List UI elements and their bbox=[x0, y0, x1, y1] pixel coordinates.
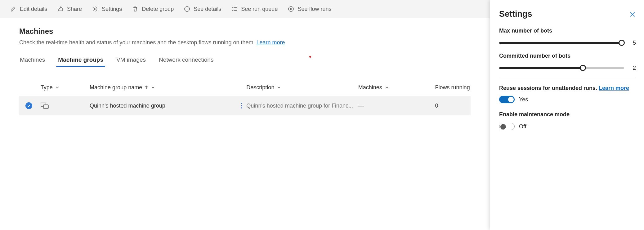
svg-point-0 bbox=[94, 8, 96, 10]
reuse-sessions-toggle[interactable] bbox=[499, 96, 515, 103]
col-description-label: Description bbox=[246, 84, 274, 91]
see-run-queue-button[interactable]: See run queue bbox=[230, 4, 278, 14]
play-circle-icon bbox=[288, 6, 294, 12]
page-body: Machines Check the real-time health and … bbox=[7, 18, 483, 230]
chevron-down-icon bbox=[151, 85, 155, 90]
gear-icon bbox=[92, 6, 99, 12]
machine-groups-table: Type Machine group name Description bbox=[19, 79, 471, 115]
see-flow-runs-button[interactable]: See flow runs bbox=[287, 4, 332, 14]
machine-group-type-icon bbox=[41, 102, 90, 109]
reuse-sessions-label: Reuse sessions for unattended runs. Lear… bbox=[499, 85, 636, 91]
settings-label: Settings bbox=[102, 6, 122, 12]
chevron-down-icon bbox=[277, 85, 281, 90]
edit-icon bbox=[10, 6, 17, 12]
col-machines[interactable]: Machines bbox=[358, 84, 435, 91]
delete-group-label: Delete group bbox=[142, 6, 174, 12]
max-bots-label: Max number of bots bbox=[499, 28, 636, 34]
list-icon bbox=[231, 6, 238, 12]
main-area: Edit details Share Settings Delete group… bbox=[0, 0, 490, 230]
delete-group-button[interactable]: Delete group bbox=[131, 4, 174, 14]
edit-details-button[interactable]: Edit details bbox=[9, 4, 48, 14]
row-selected-icon[interactable] bbox=[25, 102, 32, 109]
page-title: Machines bbox=[19, 27, 471, 36]
learn-more-link[interactable]: Learn more bbox=[256, 39, 285, 46]
notification-dot-icon bbox=[309, 56, 311, 58]
close-button[interactable] bbox=[629, 11, 636, 18]
settings-panel: Settings Max number of bots 5 Committed … bbox=[490, 0, 644, 230]
svg-point-9 bbox=[241, 107, 243, 108]
panel-divider bbox=[499, 78, 636, 78]
col-flows-running[interactable]: Flows running bbox=[435, 84, 471, 91]
settings-button[interactable]: Settings bbox=[91, 4, 123, 14]
panel-title: Settings bbox=[499, 9, 532, 19]
tab-network-connections[interactable]: Network connections bbox=[158, 55, 214, 66]
reuse-sessions-state: Yes bbox=[519, 96, 528, 103]
info-icon bbox=[184, 6, 190, 12]
tab-bar: Machines Machine groups VM images Networ… bbox=[19, 55, 471, 66]
table-header: Type Machine group name Description bbox=[19, 79, 471, 96]
see-details-button[interactable]: See details bbox=[183, 4, 222, 14]
tab-machine-groups[interactable]: Machine groups bbox=[57, 55, 104, 66]
svg-rect-6 bbox=[43, 105, 48, 108]
col-flows-label: Flows running bbox=[435, 84, 470, 91]
col-name[interactable]: Machine group name bbox=[90, 84, 246, 91]
row-description: Quinn's hosted machine group for Financ.… bbox=[246, 103, 355, 109]
see-flow-runs-label: See flow runs bbox=[297, 6, 331, 12]
row-machines-count: — bbox=[358, 103, 364, 109]
share-label: Share bbox=[67, 6, 82, 12]
see-details-label: See details bbox=[194, 6, 221, 12]
committed-bots-slider[interactable] bbox=[499, 64, 624, 72]
svg-point-8 bbox=[241, 105, 243, 106]
reuse-learn-more-link[interactable]: Learn more bbox=[599, 85, 629, 91]
chevron-down-icon bbox=[385, 85, 389, 90]
trash-icon bbox=[132, 6, 139, 12]
col-machines-label: Machines bbox=[358, 84, 382, 91]
row-flows-count: 0 bbox=[435, 103, 438, 109]
col-description[interactable]: Description bbox=[246, 84, 358, 91]
share-button[interactable]: Share bbox=[56, 4, 83, 14]
page-subtitle: Check the real-time health and status of… bbox=[19, 39, 471, 46]
tab-vm-images[interactable]: VM images bbox=[116, 55, 146, 66]
command-bar: Edit details Share Settings Delete group… bbox=[0, 0, 490, 18]
svg-point-4 bbox=[288, 7, 293, 11]
row-more-actions-button[interactable] bbox=[237, 102, 246, 109]
committed-bots-label: Committed number of bots bbox=[499, 53, 636, 59]
share-icon bbox=[57, 6, 64, 12]
col-type[interactable]: Type bbox=[39, 84, 90, 91]
reuse-sessions-text: Reuse sessions for unattended runs. bbox=[499, 85, 599, 91]
committed-bots-value: 2 bbox=[630, 64, 636, 71]
sort-asc-icon bbox=[145, 85, 148, 90]
page-subtitle-text: Check the real-time health and status of… bbox=[19, 39, 256, 46]
row-group-name: Quinn's hosted machine group bbox=[90, 103, 237, 109]
chevron-down-icon bbox=[55, 85, 60, 90]
col-type-label: Type bbox=[41, 84, 53, 91]
maintenance-mode-toggle[interactable] bbox=[499, 123, 515, 130]
tab-machines[interactable]: Machines bbox=[19, 55, 46, 66]
edit-details-label: Edit details bbox=[20, 6, 47, 12]
maintenance-mode-label: Enable maintenance mode bbox=[499, 111, 636, 118]
max-bots-slider[interactable] bbox=[499, 39, 624, 46]
col-name-label: Machine group name bbox=[90, 84, 142, 91]
max-bots-value: 5 bbox=[630, 39, 636, 46]
table-row[interactable]: Quinn's hosted machine group Quinn's hos… bbox=[19, 96, 471, 115]
see-run-queue-label: See run queue bbox=[241, 6, 278, 12]
svg-point-7 bbox=[241, 103, 243, 104]
svg-point-3 bbox=[187, 7, 187, 8]
maintenance-mode-state: Off bbox=[519, 123, 526, 130]
